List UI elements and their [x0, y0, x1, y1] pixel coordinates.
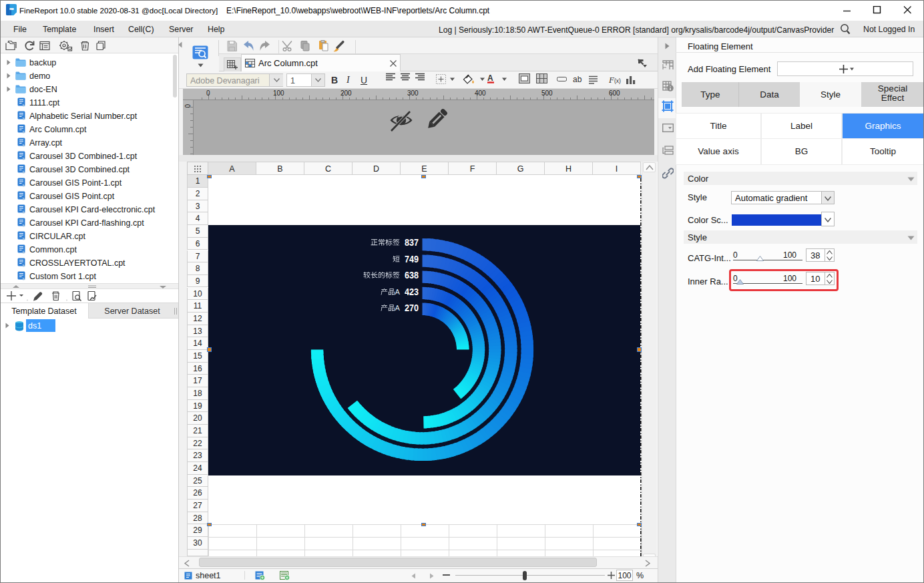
svg-text:(x): (x)	[614, 77, 621, 84]
svg-text:A: A	[487, 73, 493, 83]
svg-text:ab: ab	[573, 75, 582, 84]
